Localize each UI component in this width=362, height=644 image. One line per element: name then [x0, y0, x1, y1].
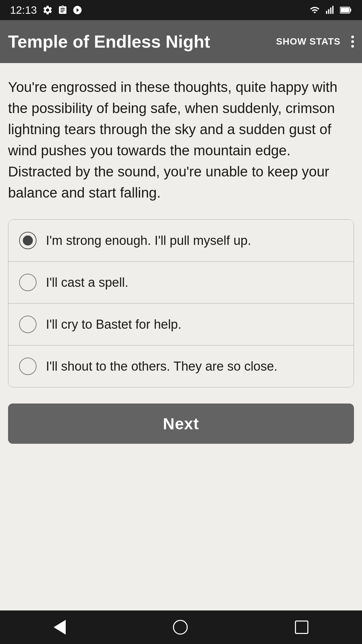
choice-option-1[interactable]: I'm strong enough. I'll pull myself up.	[8, 220, 354, 262]
svg-rect-5	[350, 9, 351, 12]
toolbar-actions: SHOW STATS	[276, 36, 354, 48]
choice-label-3: I'll cry to Bastet for help.	[46, 317, 181, 332]
radio-button-4[interactable]	[19, 358, 37, 375]
target-icon	[72, 5, 82, 15]
svg-rect-3	[332, 6, 334, 14]
bottom-nav	[0, 610, 362, 644]
recent-apps-button[interactable]	[295, 621, 308, 634]
status-bar-left: 12:13	[10, 4, 82, 16]
signal-icon	[325, 5, 335, 15]
wifi-icon	[309, 5, 320, 15]
battery-icon	[340, 6, 352, 14]
settings-icon	[42, 5, 53, 15]
choice-label-4: I'll shout to the others. They are so cl…	[46, 359, 278, 374]
home-button[interactable]	[173, 620, 188, 635]
status-time: 12:13	[10, 4, 37, 16]
radio-button-1[interactable]	[19, 232, 37, 249]
choice-label-2: I'll cast a spell.	[46, 275, 128, 290]
choice-option-3[interactable]: I'll cry to Bastet for help.	[8, 304, 354, 345]
status-icons	[42, 5, 82, 15]
svg-rect-0	[326, 11, 327, 14]
svg-rect-2	[330, 8, 331, 14]
radio-inner-1	[23, 235, 33, 246]
clipboard-icon	[58, 5, 68, 15]
choice-label-1: I'm strong enough. I'll pull myself up.	[46, 233, 251, 248]
app-title: Temple of Endless Night	[8, 32, 276, 52]
show-stats-button[interactable]: SHOW STATS	[276, 36, 341, 47]
main-content: You're engrossed in these thoughts, quit…	[0, 63, 362, 457]
story-text: You're engrossed in these thoughts, quit…	[8, 76, 354, 203]
status-bar: 12:13	[0, 0, 362, 20]
svg-rect-6	[341, 8, 349, 12]
radio-button-3[interactable]	[19, 316, 37, 333]
choice-option-2[interactable]: I'll cast a spell.	[8, 262, 354, 304]
status-bar-right	[309, 5, 352, 15]
svg-rect-1	[328, 9, 329, 14]
back-button[interactable]	[54, 620, 66, 635]
next-button[interactable]: Next	[8, 404, 354, 444]
more-options-button[interactable]	[351, 36, 354, 48]
choice-option-4[interactable]: I'll shout to the others. They are so cl…	[8, 345, 354, 387]
choices-container: I'm strong enough. I'll pull myself up. …	[8, 219, 354, 387]
radio-button-2[interactable]	[19, 274, 37, 291]
toolbar: Temple of Endless Night SHOW STATS	[0, 20, 362, 63]
